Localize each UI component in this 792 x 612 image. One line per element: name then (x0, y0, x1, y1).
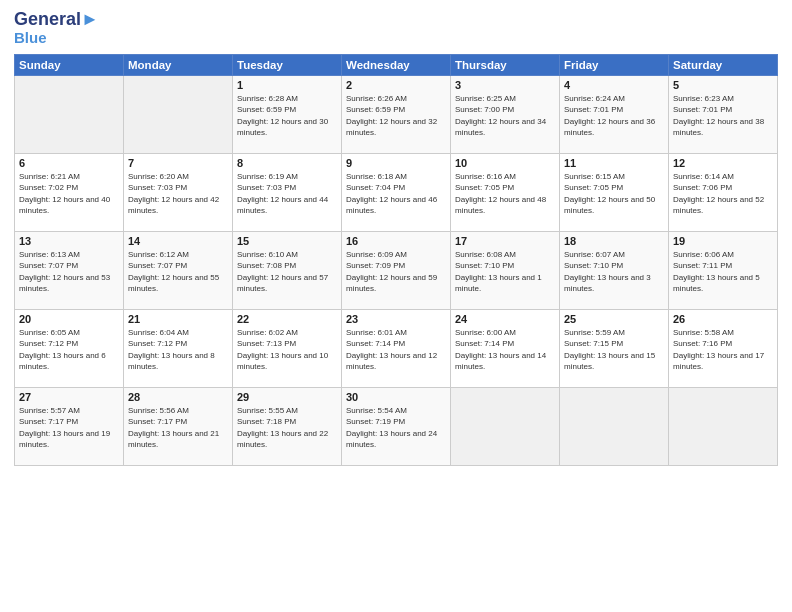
day-detail: Sunrise: 6:25 AMSunset: 7:00 PMDaylight:… (455, 93, 555, 138)
day-detail: Sunrise: 6:08 AMSunset: 7:10 PMDaylight:… (455, 249, 555, 294)
day-detail: Sunrise: 6:23 AMSunset: 7:01 PMDaylight:… (673, 93, 773, 138)
calendar-week-row: 1Sunrise: 6:28 AMSunset: 6:59 PMDaylight… (15, 76, 778, 154)
day-detail: Sunrise: 6:19 AMSunset: 7:03 PMDaylight:… (237, 171, 337, 216)
calendar-day-cell: 13Sunrise: 6:13 AMSunset: 7:07 PMDayligh… (15, 232, 124, 310)
day-number: 1 (237, 79, 337, 91)
day-number: 21 (128, 313, 228, 325)
day-number: 2 (346, 79, 446, 91)
day-detail: Sunrise: 5:55 AMSunset: 7:18 PMDaylight:… (237, 405, 337, 450)
day-detail: Sunrise: 6:01 AMSunset: 7:14 PMDaylight:… (346, 327, 446, 372)
calendar-week-row: 20Sunrise: 6:05 AMSunset: 7:12 PMDayligh… (15, 310, 778, 388)
logo-text: General► (14, 10, 99, 30)
calendar-day-cell: 3Sunrise: 6:25 AMSunset: 7:00 PMDaylight… (451, 76, 560, 154)
calendar-day-cell: 10Sunrise: 6:16 AMSunset: 7:05 PMDayligh… (451, 154, 560, 232)
day-number: 4 (564, 79, 664, 91)
day-number: 15 (237, 235, 337, 247)
day-number: 23 (346, 313, 446, 325)
calendar-week-row: 27Sunrise: 5:57 AMSunset: 7:17 PMDayligh… (15, 388, 778, 466)
weekday-header-row: SundayMondayTuesdayWednesdayThursdayFrid… (15, 55, 778, 76)
calendar-day-cell: 7Sunrise: 6:20 AMSunset: 7:03 PMDaylight… (124, 154, 233, 232)
day-number: 29 (237, 391, 337, 403)
calendar-day-cell: 28Sunrise: 5:56 AMSunset: 7:17 PMDayligh… (124, 388, 233, 466)
weekday-header: Tuesday (233, 55, 342, 76)
calendar-week-row: 13Sunrise: 6:13 AMSunset: 7:07 PMDayligh… (15, 232, 778, 310)
weekday-header: Saturday (669, 55, 778, 76)
day-number: 16 (346, 235, 446, 247)
calendar-day-cell: 6Sunrise: 6:21 AMSunset: 7:02 PMDaylight… (15, 154, 124, 232)
day-detail: Sunrise: 6:10 AMSunset: 7:08 PMDaylight:… (237, 249, 337, 294)
calendar-day-cell: 25Sunrise: 5:59 AMSunset: 7:15 PMDayligh… (560, 310, 669, 388)
calendar-day-cell: 19Sunrise: 6:06 AMSunset: 7:11 PMDayligh… (669, 232, 778, 310)
calendar-day-cell: 14Sunrise: 6:12 AMSunset: 7:07 PMDayligh… (124, 232, 233, 310)
weekday-header: Monday (124, 55, 233, 76)
calendar-day-cell: 1Sunrise: 6:28 AMSunset: 6:59 PMDaylight… (233, 76, 342, 154)
day-detail: Sunrise: 6:15 AMSunset: 7:05 PMDaylight:… (564, 171, 664, 216)
day-detail: Sunrise: 6:04 AMSunset: 7:12 PMDaylight:… (128, 327, 228, 372)
day-number: 6 (19, 157, 119, 169)
calendar-day-cell: 11Sunrise: 6:15 AMSunset: 7:05 PMDayligh… (560, 154, 669, 232)
day-number: 25 (564, 313, 664, 325)
day-number: 12 (673, 157, 773, 169)
day-number: 7 (128, 157, 228, 169)
day-number: 8 (237, 157, 337, 169)
day-number: 26 (673, 313, 773, 325)
day-number: 5 (673, 79, 773, 91)
calendar-day-cell: 5Sunrise: 6:23 AMSunset: 7:01 PMDaylight… (669, 76, 778, 154)
day-detail: Sunrise: 6:14 AMSunset: 7:06 PMDaylight:… (673, 171, 773, 216)
day-detail: Sunrise: 6:12 AMSunset: 7:07 PMDaylight:… (128, 249, 228, 294)
day-detail: Sunrise: 6:28 AMSunset: 6:59 PMDaylight:… (237, 93, 337, 138)
calendar-container: General► Blue SundayMondayTuesdayWednesd… (0, 0, 792, 612)
day-detail: Sunrise: 5:56 AMSunset: 7:17 PMDaylight:… (128, 405, 228, 450)
day-number: 9 (346, 157, 446, 169)
day-detail: Sunrise: 6:02 AMSunset: 7:13 PMDaylight:… (237, 327, 337, 372)
logo-subtext: Blue (14, 30, 99, 47)
calendar-day-cell (124, 76, 233, 154)
calendar-week-row: 6Sunrise: 6:21 AMSunset: 7:02 PMDaylight… (15, 154, 778, 232)
calendar-day-cell: 24Sunrise: 6:00 AMSunset: 7:14 PMDayligh… (451, 310, 560, 388)
calendar-day-cell (560, 388, 669, 466)
weekday-header: Thursday (451, 55, 560, 76)
calendar-day-cell: 17Sunrise: 6:08 AMSunset: 7:10 PMDayligh… (451, 232, 560, 310)
day-number: 18 (564, 235, 664, 247)
day-detail: Sunrise: 6:21 AMSunset: 7:02 PMDaylight:… (19, 171, 119, 216)
day-detail: Sunrise: 6:07 AMSunset: 7:10 PMDaylight:… (564, 249, 664, 294)
calendar-day-cell (15, 76, 124, 154)
calendar-day-cell: 27Sunrise: 5:57 AMSunset: 7:17 PMDayligh… (15, 388, 124, 466)
day-number: 13 (19, 235, 119, 247)
day-number: 30 (346, 391, 446, 403)
day-number: 11 (564, 157, 664, 169)
day-number: 22 (237, 313, 337, 325)
day-number: 3 (455, 79, 555, 91)
calendar-day-cell: 22Sunrise: 6:02 AMSunset: 7:13 PMDayligh… (233, 310, 342, 388)
day-number: 17 (455, 235, 555, 247)
calendar-day-cell (669, 388, 778, 466)
day-number: 27 (19, 391, 119, 403)
day-detail: Sunrise: 6:05 AMSunset: 7:12 PMDaylight:… (19, 327, 119, 372)
day-detail: Sunrise: 6:20 AMSunset: 7:03 PMDaylight:… (128, 171, 228, 216)
weekday-header: Sunday (15, 55, 124, 76)
day-detail: Sunrise: 6:13 AMSunset: 7:07 PMDaylight:… (19, 249, 119, 294)
calendar-day-cell: 29Sunrise: 5:55 AMSunset: 7:18 PMDayligh… (233, 388, 342, 466)
calendar-day-cell (451, 388, 560, 466)
calendar-day-cell: 15Sunrise: 6:10 AMSunset: 7:08 PMDayligh… (233, 232, 342, 310)
day-detail: Sunrise: 6:26 AMSunset: 6:59 PMDaylight:… (346, 93, 446, 138)
calendar-table: SundayMondayTuesdayWednesdayThursdayFrid… (14, 54, 778, 466)
calendar-day-cell: 20Sunrise: 6:05 AMSunset: 7:12 PMDayligh… (15, 310, 124, 388)
day-detail: Sunrise: 6:00 AMSunset: 7:14 PMDaylight:… (455, 327, 555, 372)
calendar-day-cell: 16Sunrise: 6:09 AMSunset: 7:09 PMDayligh… (342, 232, 451, 310)
calendar-day-cell: 2Sunrise: 6:26 AMSunset: 6:59 PMDaylight… (342, 76, 451, 154)
weekday-header: Wednesday (342, 55, 451, 76)
day-detail: Sunrise: 6:09 AMSunset: 7:09 PMDaylight:… (346, 249, 446, 294)
calendar-day-cell: 12Sunrise: 6:14 AMSunset: 7:06 PMDayligh… (669, 154, 778, 232)
logo: General► Blue (14, 10, 99, 46)
day-number: 24 (455, 313, 555, 325)
calendar-day-cell: 26Sunrise: 5:58 AMSunset: 7:16 PMDayligh… (669, 310, 778, 388)
day-number: 14 (128, 235, 228, 247)
day-detail: Sunrise: 6:16 AMSunset: 7:05 PMDaylight:… (455, 171, 555, 216)
header: General► Blue (14, 10, 778, 46)
day-detail: Sunrise: 6:06 AMSunset: 7:11 PMDaylight:… (673, 249, 773, 294)
calendar-day-cell: 30Sunrise: 5:54 AMSunset: 7:19 PMDayligh… (342, 388, 451, 466)
calendar-day-cell: 21Sunrise: 6:04 AMSunset: 7:12 PMDayligh… (124, 310, 233, 388)
calendar-day-cell: 8Sunrise: 6:19 AMSunset: 7:03 PMDaylight… (233, 154, 342, 232)
day-number: 10 (455, 157, 555, 169)
